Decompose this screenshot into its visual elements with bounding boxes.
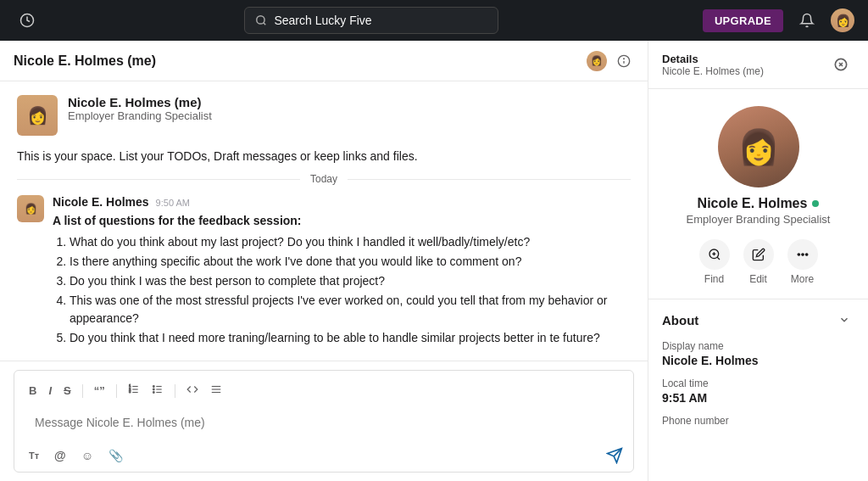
list-item: Do you think I was the best person to co…	[70, 272, 631, 290]
profile-name-row: Nicole E. Holmes	[698, 196, 820, 211]
display-name-field: Display name Nicole E. Holmes	[662, 340, 854, 367]
about-collapse-button[interactable]	[834, 310, 854, 330]
find-icon	[708, 248, 721, 261]
ordered-list-button[interactable]: 123	[124, 381, 144, 400]
chat-header-avatar: 👩	[587, 51, 607, 71]
message-content: Nicole E. Holmes 9:50 AM A list of quest…	[53, 195, 631, 349]
svg-point-32	[805, 254, 807, 255]
profile-actions: Find Edit	[699, 239, 818, 285]
message-list: What do you think about my last project?…	[53, 233, 631, 347]
date-divider: Today	[17, 173, 631, 185]
topnav-left	[14, 7, 41, 34]
search-icon	[255, 14, 267, 26]
list-item: What do you think about my last project?…	[70, 233, 631, 251]
history-button[interactable]	[14, 7, 41, 34]
profile-role: Employer Branding Specialist	[687, 213, 831, 226]
message-time: 9:50 AM	[156, 198, 190, 208]
italic-button[interactable]: I	[44, 382, 56, 400]
panel-title: Details	[662, 53, 764, 65]
more-action-button[interactable]: More	[787, 239, 818, 285]
format-text-button[interactable]: Tт	[25, 448, 43, 463]
chat-title: Nicole E. Holmes (me)	[14, 53, 156, 69]
topnav-center: Search Lucky Five	[41, 7, 703, 34]
code-button[interactable]	[182, 381, 203, 400]
emoji-button[interactable]: ☺	[77, 446, 97, 465]
more-icon-circle	[787, 239, 818, 270]
svg-point-15	[153, 386, 154, 388]
message-block: 👩 Nicole E. Holmes 9:50 AM A list of que…	[17, 195, 631, 349]
input-bottom-left: Tт @ ☺ 📎	[25, 446, 127, 465]
intro-text: This is your space. List your TODOs, Dra…	[17, 149, 631, 163]
close-icon	[834, 58, 848, 71]
mention-button[interactable]: @	[50, 446, 70, 465]
about-title: About	[662, 313, 698, 327]
more-label: More	[791, 273, 814, 285]
edit-action-button[interactable]: Edit	[743, 239, 774, 285]
strike-button[interactable]: S	[59, 382, 75, 400]
send-button[interactable]	[606, 447, 623, 464]
svg-line-27	[717, 257, 720, 260]
profile-name: Nicole E. Holmes	[698, 196, 808, 211]
svg-text:3: 3	[129, 390, 131, 394]
toolbar-divider-3	[175, 384, 175, 398]
message-input[interactable]	[25, 409, 623, 436]
about-section: About Display name Nicole E. Holmes Loca…	[648, 299, 868, 447]
toolbar-divider-2	[116, 384, 117, 398]
chat-input-area: B I S “” 123	[0, 361, 648, 481]
quote-button[interactable]: “”	[90, 382, 109, 400]
attachment-button[interactable]: 📎	[104, 446, 127, 465]
local-time-label: Local time	[662, 378, 854, 389]
panel-header-info: Details Nicole E. Holmes (me)	[662, 53, 764, 77]
find-label: Find	[704, 273, 724, 285]
find-action-button[interactable]: Find	[699, 239, 730, 285]
edit-label: Edit	[749, 273, 767, 285]
bell-icon	[799, 13, 815, 28]
input-toolbar: B I S “” 123	[25, 378, 623, 404]
input-bottom: Tт @ ☺ 📎	[25, 446, 623, 465]
svg-point-1	[257, 16, 264, 24]
profile-photo: 👩	[718, 106, 799, 187]
info-button[interactable]	[614, 51, 634, 71]
panel-header: Details Nicole E. Holmes (me)	[648, 41, 868, 89]
more-icon	[796, 248, 810, 261]
chat-area: Nicole E. Holmes (me) 👩 👩	[0, 41, 648, 481]
right-panel: Details Nicole E. Holmes (me) 👩 Nicole E…	[648, 41, 868, 481]
bold-button[interactable]: B	[25, 382, 41, 400]
notifications-button[interactable]	[793, 7, 821, 34]
intro-role: Employer Branding Specialist	[68, 109, 212, 122]
online-status-dot	[812, 200, 819, 207]
intro-avatar: 👩	[17, 95, 58, 136]
svg-point-30	[798, 254, 799, 255]
svg-point-16	[153, 389, 154, 390]
close-panel-button[interactable]	[827, 51, 854, 78]
message-intro-line: A list of questions for the feedback ses…	[53, 214, 302, 227]
svg-line-2	[264, 23, 266, 25]
list-item: Do you think that I need more traning/le…	[70, 329, 631, 347]
chevron-down-icon	[838, 314, 850, 326]
find-icon-circle	[699, 239, 730, 270]
search-bar[interactable]: Search Lucky Five	[244, 7, 498, 34]
phone-number-field: Phone number	[662, 415, 854, 427]
message-sender: Nicole E. Holmes	[53, 195, 149, 209]
svg-point-31	[802, 254, 804, 255]
topnav: Search Lucky Five UPGRADE 👩	[0, 0, 868, 41]
send-icon	[606, 447, 623, 464]
chat-messages: 👩 Nicole E. Holmes (me) Employer Brandin…	[0, 81, 648, 361]
phone-number-label: Phone number	[662, 415, 854, 427]
bullet-list-button[interactable]	[147, 381, 168, 400]
topnav-right: UPGRADE 👩	[703, 7, 854, 34]
list-item: This was one of the most stressful proje…	[70, 292, 631, 327]
upgrade-button[interactable]: UPGRADE	[703, 9, 783, 32]
display-name-value: Nicole E. Holmes	[662, 354, 854, 367]
user-avatar[interactable]: 👩	[831, 8, 854, 32]
message-avatar: 👩	[17, 195, 44, 222]
chat-header: Nicole E. Holmes (me) 👩	[0, 41, 648, 81]
indent-button[interactable]	[206, 381, 226, 400]
intro-name: Nicole E. Holmes (me)	[68, 95, 212, 109]
about-header: About	[662, 310, 854, 330]
edit-icon-circle	[743, 239, 774, 270]
panel-subtitle: Nicole E. Holmes (me)	[662, 65, 764, 77]
message-meta: Nicole E. Holmes 9:50 AM	[53, 195, 631, 209]
intro-content: Nicole E. Holmes (me) Employer Branding …	[68, 95, 212, 122]
info-icon	[617, 54, 631, 68]
